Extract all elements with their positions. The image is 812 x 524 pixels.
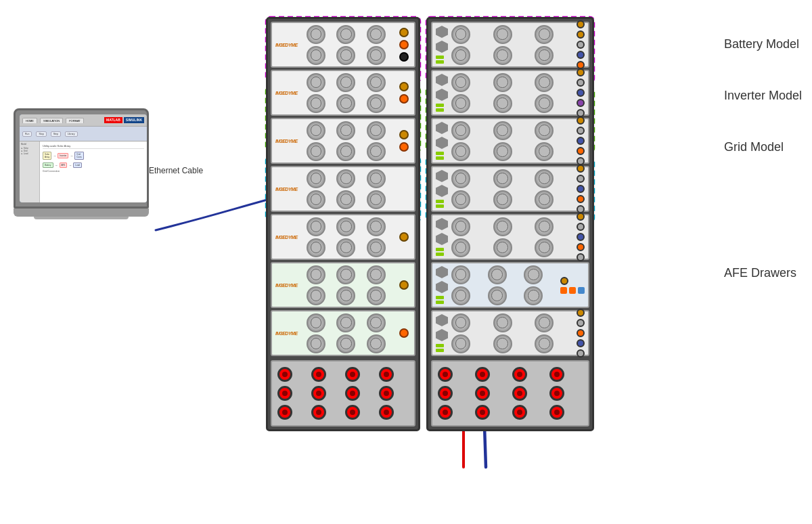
led (436, 301, 444, 304)
r-conn-grey (577, 41, 585, 49)
laptop-base (14, 209, 149, 217)
fan (535, 142, 554, 161)
terminal (345, 367, 360, 382)
diag-block-solar: SolarArray (43, 152, 51, 160)
connector-orange (399, 142, 409, 152)
terminal (311, 386, 326, 401)
connectors-3 (397, 130, 411, 152)
arrow-2: → (70, 154, 73, 158)
r-conn-gold (577, 68, 585, 77)
brand-5: IM3EDYME (275, 235, 304, 240)
connector-gold (399, 280, 409, 290)
fan (367, 169, 386, 188)
r-conn-grey (577, 127, 585, 135)
right-hex-col-6 (436, 266, 449, 304)
fan (493, 313, 512, 332)
fan (307, 190, 325, 209)
terminal (277, 386, 292, 401)
fan (493, 217, 512, 236)
connector-gold (399, 28, 409, 37)
left-drawer-6: IM3EDYME (271, 262, 415, 308)
fan (307, 46, 325, 65)
terminal (549, 405, 564, 420)
sq-conn-orange (569, 287, 576, 294)
right-drawer-5 (431, 214, 589, 260)
ethernet-cable-label: Ethernet Cable (149, 166, 203, 175)
fans-7 (307, 313, 394, 353)
diagram-title: Utility-scale Solar Array (43, 144, 144, 149)
terminal (345, 405, 360, 420)
brand-4: IM3EDYME (275, 187, 304, 192)
right-hex-col-4 (436, 170, 449, 208)
fans-4 (307, 169, 394, 209)
right-fans-1 (451, 25, 574, 65)
ribbon-btn-1: Run (22, 131, 32, 137)
fan (336, 73, 355, 92)
led-strip-4 (436, 200, 449, 208)
connector-orange (399, 328, 409, 338)
arrow-1: → (53, 154, 56, 158)
hex-8 (436, 185, 448, 197)
right-hex-col-5 (436, 218, 449, 256)
right-fans-2 (451, 73, 574, 113)
r-conn-purple (577, 99, 585, 107)
arrow-3: → (55, 163, 58, 167)
matlab-logo: MATLAB (104, 117, 122, 123)
right-drawer-2 (431, 70, 589, 116)
afe-drawers-label: AFE Drawers (724, 266, 802, 280)
fan (336, 46, 355, 65)
arrow-4: → (68, 163, 72, 167)
r-conn-blue (577, 233, 585, 241)
left-terminal-panel (271, 360, 415, 427)
led (436, 56, 444, 59)
laptop-section: HOME SIMULATION FORMAT MATLAB SIMULINK R… (14, 108, 162, 217)
right-drawer-7 (431, 310, 589, 356)
fan (367, 94, 386, 113)
led-strip-2 (436, 104, 449, 112)
hex-14 (436, 329, 448, 341)
connector-black (399, 52, 409, 62)
blocks-row-2: Battery → AFE → Load (43, 162, 144, 168)
terminal (379, 405, 394, 420)
fans-2 (307, 73, 394, 113)
terminal (277, 405, 292, 420)
fan (367, 142, 386, 161)
fan (367, 73, 386, 92)
r-conn-orange (577, 147, 585, 155)
led (436, 344, 444, 347)
hex-12 (436, 281, 448, 293)
ribbon-btn-4: Library (65, 131, 78, 137)
terminal (438, 405, 453, 420)
hex-9 (436, 218, 448, 230)
fan (451, 217, 470, 236)
fan (336, 286, 355, 305)
fan (367, 334, 386, 353)
led-strip-5 (436, 248, 449, 256)
small-connectors (560, 287, 585, 294)
right-connectors-4 (577, 165, 585, 213)
matlab-header: HOME SIMULATION FORMAT MATLAB SIMULINK (20, 114, 147, 127)
r-conn-gold (577, 309, 585, 317)
fan (488, 265, 507, 284)
fan (367, 286, 386, 305)
r-conn-blue (577, 89, 585, 97)
fans-1 (307, 25, 394, 65)
fan (493, 73, 512, 92)
terminal (475, 386, 490, 401)
terminal (379, 386, 394, 401)
fan (336, 142, 355, 161)
fan (493, 46, 512, 65)
fan (451, 286, 470, 305)
connector-orange (399, 94, 409, 104)
terminal (512, 367, 527, 382)
fans-6 (307, 265, 394, 305)
hex-7 (436, 170, 448, 182)
fan (336, 25, 355, 44)
right-fans-6 (451, 265, 558, 305)
fan (336, 190, 355, 209)
main-container: HOME SIMULATION FORMAT MATLAB SIMULINK R… (0, 0, 812, 524)
terminal (512, 386, 527, 401)
right-labels: Battery Model Inverter Model Grid Model … (724, 37, 802, 280)
laptop: HOME SIMULATION FORMAT MATLAB SIMULINK R… (14, 108, 149, 217)
led (436, 60, 444, 64)
